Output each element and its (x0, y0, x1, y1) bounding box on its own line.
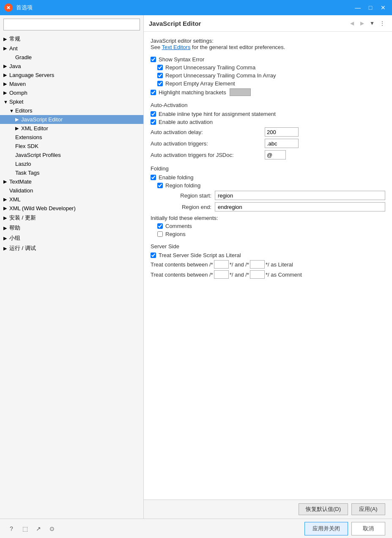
report-trailing-comma-array-checkbox[interactable] (157, 73, 163, 78)
sidebar-item-java[interactable]: ▶ Java (0, 62, 143, 71)
search-input[interactable] (3, 19, 140, 30)
sidebar-item-extensions[interactable]: Extensions (0, 133, 143, 142)
sidebar-item-label: 小组 (9, 234, 20, 242)
highlight-brackets-checkbox[interactable] (151, 90, 156, 95)
main-content: ▶ 常规 ▶ Ant Gradle ▶ Java ▶ Language Serv… (0, 15, 392, 519)
region-end-label: Region end: (164, 204, 215, 210)
minimize-button[interactable]: — (353, 3, 362, 12)
treat-comment-input2[interactable] (250, 270, 265, 279)
treat-literal-input1[interactable] (214, 260, 229, 269)
treat-literal-input2[interactable] (250, 260, 265, 269)
sidebar-item-maven[interactable]: ▶ Maven (0, 80, 143, 88)
chevron-down-icon: ▼ (3, 99, 9, 104)
apply-close-button[interactable]: 应用并关闭 (304, 522, 348, 535)
auto-activation-jsdoc-input[interactable] (265, 150, 286, 159)
sidebar-item-run-debug[interactable]: ▶ 运行 / 调试 (0, 243, 143, 253)
show-syntax-error-checkbox[interactable] (151, 57, 156, 62)
settings-icon[interactable]: ⊙ (47, 524, 57, 533)
sidebar-item-group[interactable]: ▶ 小组 (0, 233, 143, 243)
sidebar-item-label: TextMate (9, 178, 32, 185)
help-icon[interactable]: ? (7, 524, 16, 533)
sidebar-item-install-update[interactable]: ▶ 安装 / 更新 (0, 213, 143, 223)
window-controls: — □ ✕ (353, 3, 388, 12)
text-editors-link[interactable]: Text Editors (162, 44, 191, 50)
nav-menu-button[interactable]: ⋮ (378, 19, 387, 28)
fold-regions-checkbox[interactable] (157, 231, 163, 237)
treat-script-literal-checkbox[interactable] (151, 253, 156, 258)
sidebar-item-label: Maven (9, 81, 26, 87)
nav-forward-button[interactable]: ▶ (357, 19, 367, 28)
report-empty-array-checkbox[interactable] (157, 81, 163, 86)
maximize-button[interactable]: □ (366, 3, 375, 12)
region-end-row: Region end: (164, 202, 385, 211)
treat-contents-literal-row: Treat contents between /* */ and /* */ a… (151, 260, 385, 269)
sidebar-item-general[interactable]: ▶ 常规 (0, 34, 143, 44)
highlight-brackets-label: Highlight matching brackets (159, 89, 226, 96)
link-icon[interactable]: ⬚ (20, 524, 30, 533)
region-folding-label: Region folding (165, 182, 200, 189)
sidebar-item-validation[interactable]: Validation (0, 186, 143, 195)
sidebar-item-gradle[interactable]: Gradle (0, 53, 143, 62)
region-folding-checkbox[interactable] (157, 183, 163, 188)
sidebar-item-label: Editors (15, 107, 32, 114)
sidebar-item-textmate[interactable]: ▶ TextMate (0, 177, 143, 186)
no-expand-icon (9, 144, 15, 149)
region-start-input[interactable] (215, 191, 385, 200)
show-syntax-error-label: Show Syntax Error (159, 56, 204, 63)
sidebar-item-help[interactable]: ▶ 帮助 (0, 223, 143, 233)
sidebar-item-xml-editor[interactable]: ▶ XML Editor (0, 124, 143, 133)
content-header: JavaScript Editor ◀ ▶ ▼ ⋮ (144, 15, 392, 32)
treat-literal-end: */ as Literal (266, 261, 293, 268)
sidebar-item-flex-sdk[interactable]: Flex SDK (0, 142, 143, 151)
enable-folding-checkbox[interactable] (151, 175, 156, 180)
report-trailing-comma-label: Report Unnecessary Trailing Comma (165, 64, 255, 71)
nav-dropdown-button[interactable]: ▼ (367, 19, 377, 28)
nav-back-button[interactable]: ◀ (347, 19, 356, 28)
report-trailing-comma-array-label: Report Unnecessary Trailing Comma In Arr… (165, 72, 276, 79)
report-empty-array-row: Report Empty Array Element (157, 80, 385, 87)
initially-fold-title: Initially fold these elements: (151, 215, 385, 221)
chevron-right-icon: ▶ (3, 81, 9, 87)
window-title: 首选项 (16, 4, 353, 11)
fold-comments-checkbox[interactable] (157, 223, 163, 229)
treat-comment-input1[interactable] (214, 270, 229, 279)
sidebar-item-label: Language Servers (9, 72, 54, 78)
sidebar-item-editors[interactable]: ▼ Editors (0, 106, 143, 115)
apply-button[interactable]: 应用(A) (351, 503, 385, 515)
chevron-right-icon: ▶ (15, 126, 21, 131)
treat-script-literal-row: Treat Server Side Script as Literal (151, 252, 385, 258)
auto-activation-delay-row: Auto activation delay: (151, 127, 385, 137)
chevron-right-icon: ▶ (15, 117, 21, 122)
highlight-color-swatch[interactable] (230, 88, 251, 96)
folding-title: Folding (151, 165, 385, 172)
highlight-brackets-row: Highlight matching brackets (151, 88, 385, 96)
sidebar-item-xml-wwd[interactable]: ▶ XML (Wild Web Developer) (0, 204, 143, 213)
desc-line1: JavaScript editor settings: (151, 38, 214, 44)
sidebar-item-laszlo[interactable]: Laszlo (0, 159, 143, 168)
enable-inline-hint-checkbox[interactable] (151, 111, 156, 117)
app-icon (4, 3, 13, 12)
sidebar-item-label: JavaScript Profiles (15, 152, 61, 158)
auto-activation-delay-input[interactable] (265, 127, 299, 137)
auto-activation-triggers-input[interactable] (265, 139, 299, 148)
region-end-input[interactable] (215, 202, 385, 211)
content-title: JavaScript Editor (149, 20, 201, 27)
sidebar-item-ant[interactable]: ▶ Ant (0, 44, 143, 53)
sidebar-item-spket[interactable]: ▼ Spket (0, 97, 143, 106)
sidebar-item-javascript-editor[interactable]: ▶ JavaScript Editor (0, 115, 143, 124)
chevron-right-icon: ▶ (3, 197, 9, 202)
sidebar-item-task-tags[interactable]: Task Tags (0, 168, 143, 177)
sidebar-item-oomph[interactable]: ▶ Oomph (0, 88, 143, 97)
enable-auto-activation-checkbox[interactable] (151, 119, 156, 125)
report-trailing-comma-checkbox[interactable] (157, 65, 163, 70)
restore-defaults-button[interactable]: 恢复默认值(D) (299, 503, 348, 515)
export-icon[interactable]: ↗ (34, 524, 43, 533)
server-side-title: Server Side (151, 243, 385, 250)
sidebar-item-xml[interactable]: ▶ XML (0, 195, 143, 204)
sidebar-item-language-servers[interactable]: ▶ Language Servers (0, 71, 143, 80)
cancel-button[interactable]: 取消 (351, 522, 385, 535)
close-button[interactable]: ✕ (378, 3, 388, 12)
region-start-row: Region start: (164, 191, 385, 200)
sidebar-item-javascript-profiles[interactable]: JavaScript Profiles (0, 151, 143, 159)
sidebar-item-label: Oomph (9, 90, 27, 96)
